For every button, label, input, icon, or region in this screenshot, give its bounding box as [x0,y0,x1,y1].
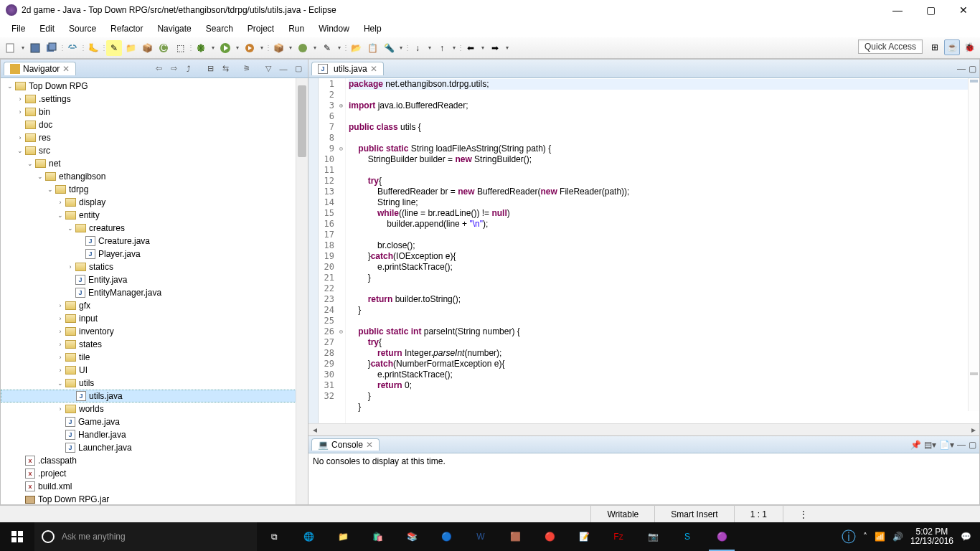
notifications-icon[interactable]: 💬 [961,532,971,542]
nav-back-icon[interactable]: ⇦ [152,62,165,75]
java-perspective-button[interactable]: ☕ [944,39,960,55]
menu-help[interactable]: Help [357,22,389,36]
horizontal-scrollbar[interactable]: ◂▸ [308,423,979,435]
tree-item[interactable]: ›statics [1,260,308,273]
menu-window[interactable]: Window [311,22,357,36]
save-button[interactable] [27,40,43,56]
file-explorer-icon[interactable]: 📁 [326,522,360,551]
menu-search[interactable]: Search [199,22,240,36]
debug-skip-button[interactable]: 🦶 [85,40,101,56]
prev-annotation-button[interactable]: ↑ [434,40,450,56]
scrollbar[interactable] [296,78,308,504]
menu-edit[interactable]: Edit [32,22,62,36]
filter-icon[interactable]: ⚞ [240,62,253,75]
tray-up-icon[interactable]: ˄ [863,532,867,542]
toggle-button[interactable]: ⬚ [172,40,188,56]
app-icon-2[interactable]: 📷 [636,522,670,551]
new-type-button[interactable]: ✎ [319,40,335,56]
run-button[interactable] [217,40,233,56]
tree-item[interactable]: ›inventory [1,325,308,338]
forward-button[interactable]: ➡ [487,40,503,56]
debug-perspective-button[interactable]: 🐞 [961,39,977,55]
help-icon[interactable]: ⓘ [842,527,856,547]
new-package-button[interactable]: 📦 [270,40,286,56]
fold-column[interactable]: ⊕ ⊖ ⊖ [337,78,346,423]
tree-item[interactable]: utils.java [1,390,308,402]
cortana-search[interactable]: Ask me anything [34,522,257,551]
editor-tab[interactable]: utils.java ✕ [311,62,384,75]
clock[interactable]: 5:02 PM 12/13/2016 [910,527,953,546]
save-all-button[interactable] [44,40,60,56]
link-button[interactable] [65,40,80,56]
tree-item[interactable]: Game.java [1,415,308,428]
tree-item[interactable]: Creature.java [1,235,308,248]
collapse-all-icon[interactable]: ⊟ [204,62,217,75]
close-console-icon[interactable]: ✕ [366,440,373,450]
maximize-editor-icon[interactable]: ▢ [969,64,976,74]
view-menu-icon[interactable]: ▽ [262,62,275,75]
tree-item[interactable]: ›gfx [1,299,308,312]
winrar-icon[interactable]: 📚 [395,522,429,551]
tree-item[interactable]: ⌄entity [1,209,308,222]
task-view-icon[interactable]: ⧉ [257,522,291,551]
tree-item[interactable]: Player.java [1,248,308,260]
tree-item[interactable]: doc [1,118,308,131]
chrome-icon[interactable]: 🔴 [532,522,567,551]
edge-icon[interactable]: 🌐 [291,522,326,551]
open-task-button[interactable]: 📋 [364,40,380,56]
app-icon-1[interactable]: 🔵 [429,522,463,551]
tree-item[interactable]: ⌄Top Down RPG [1,80,308,93]
tree-item[interactable]: ›res [1,131,308,144]
tree-item[interactable]: ›bin [1,105,308,118]
tree-item[interactable]: Top Down RPG.jar [1,493,308,504]
close-editor-icon[interactable]: ✕ [370,64,377,74]
tree-item[interactable]: ›display [1,196,308,209]
volume-icon[interactable]: 🔊 [892,532,903,542]
nav-forward-icon[interactable]: ⇨ [167,62,180,75]
tree-item[interactable]: build.xml [1,480,308,493]
skype-icon[interactable]: S [670,522,705,551]
tree-item[interactable]: EntityManager.java [1,286,308,299]
tree-item[interactable]: ›input [1,312,308,325]
menu-project[interactable]: Project [240,22,281,36]
maximize-console-icon[interactable]: ▢ [969,440,976,450]
code-editor[interactable]: 1236789101112131415161718192021222324252… [308,78,979,423]
tree-item[interactable]: .classpath [1,454,308,467]
display-console-icon[interactable]: ▤▾ [924,440,936,450]
class-button[interactable]: C [156,40,171,56]
menu-source[interactable]: Source [62,22,103,36]
start-button[interactable] [0,522,34,551]
close-tab-icon[interactable]: ✕ [62,64,70,74]
run-last-button[interactable] [242,40,258,56]
tree-item[interactable]: .project [1,467,308,480]
tree-item[interactable]: ›worlds [1,402,308,415]
open-console-icon[interactable]: 📄▾ [939,440,954,450]
package-button[interactable]: 📦 [139,40,155,56]
close-button[interactable]: ✕ [947,0,980,20]
menu-refactor[interactable]: Refactor [103,22,150,36]
maximize-view-icon[interactable]: ▢ [292,62,305,75]
overview-ruler[interactable] [968,78,979,411]
maximize-button[interactable]: ▢ [914,0,947,20]
network-icon[interactable]: 📶 [875,532,885,542]
folder-button[interactable]: 📁 [123,40,138,56]
code-content[interactable]: package net.ethangibson.tdrpg.utils; imp… [346,78,979,423]
pin-console-icon[interactable]: 📌 [910,440,921,450]
nav-up-icon[interactable]: ⤴ [182,62,195,75]
navigator-tree[interactable]: ⌄Top Down RPG›.settings›bindoc›res⌄src⌄n… [1,78,308,504]
new-class-button[interactable] [295,40,311,56]
marker-bar[interactable] [308,78,319,423]
tree-item[interactable]: Handler.java [1,428,308,441]
tree-item[interactable]: ›.settings [1,93,308,105]
minecraft-icon[interactable]: 🟫 [498,522,532,551]
eclipse-taskbar-icon[interactable]: 🟣 [705,522,739,551]
quick-access[interactable]: Quick Access [858,39,923,54]
minimize-button[interactable]: ― [881,0,914,20]
tree-item[interactable]: ›states [1,338,308,351]
minimize-editor-icon[interactable]: ― [957,64,966,74]
open-perspective-button[interactable]: ⊞ [927,39,943,55]
highlight-button[interactable]: ✎ [106,40,122,56]
notepad-icon[interactable]: 📝 [567,522,601,551]
tree-item[interactable]: ⌄ethangibson [1,170,308,183]
debug-button[interactable] [193,40,209,56]
